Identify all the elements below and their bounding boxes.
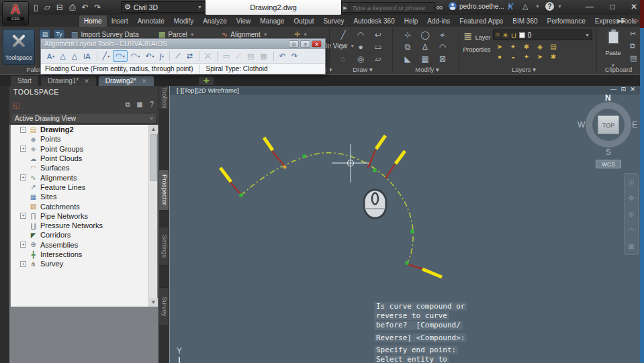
arc-icon[interactable]: ◠: [352, 30, 369, 42]
new-file-icon[interactable]: ▯: [34, 3, 38, 12]
save-icon[interactable]: ⊟: [56, 3, 63, 12]
modify-panel-label[interactable]: Modify ▾: [400, 66, 454, 73]
active-drawing-view-selector[interactable]: Active Drawing View ˅: [11, 113, 157, 123]
ribbon-tab[interactable]: Manage: [255, 15, 289, 27]
tree-item-alignments[interactable]: + ∿ Alignments: [17, 172, 157, 182]
tree-item-point-groups[interactable]: + ◈ Point Groups: [17, 144, 157, 154]
panel-display-icon[interactable]: ▦: [134, 101, 145, 108]
fixed-line-tool[interactable]: ╱ ▾: [101, 50, 112, 62]
explode-icon[interactable]: ⊠: [434, 54, 451, 66]
scroll-thumb[interactable]: [150, 134, 157, 181]
layer-on-icon[interactable]: ✦: [520, 53, 533, 63]
delete-sub-entity-tool[interactable]: ⤬: [203, 50, 214, 62]
signed-in-user[interactable]: pedro.soethe... ▼: [449, 2, 512, 10]
layer-unlock-icon[interactable]: ➤: [533, 53, 547, 63]
ribbon-overflow-icon[interactable]: ▶▶: [617, 17, 625, 24]
tangent-segment[interactable]: [264, 138, 273, 150]
alignment-layout-tools-titlebar[interactable]: Alignment Layout Tools - CURVA3RAIOS ☉ ?…: [41, 39, 325, 49]
pick-sub-entity-tool[interactable]: ⟋: [173, 50, 183, 62]
a360-icon[interactable]: △: [522, 2, 528, 11]
new-drawing-tab-button[interactable]: ✚: [199, 76, 214, 85]
viewcube-top-face[interactable]: TOP: [598, 115, 619, 134]
viewcube-east[interactable]: E: [632, 120, 637, 129]
ribbon-tab[interactable]: Output: [289, 15, 318, 27]
xline-icon[interactable]: ⟋: [334, 42, 352, 54]
application-menu-button[interactable]: A C3D: [2, 1, 29, 25]
alignment-layout-tools-window[interactable]: Alignment Layout Tools - CURVA3RAIOS ☉ ?…: [40, 38, 326, 74]
tab-close-icon[interactable]: ✕: [84, 78, 89, 85]
text-style-toggle[interactable]: Ty: [53, 29, 65, 39]
match-properties-icon[interactable]: ▤: [630, 54, 637, 62]
viewcube-west[interactable]: W: [578, 120, 585, 129]
layer-unisolate-icon[interactable]: ●: [493, 53, 506, 63]
layer-prev-icon[interactable]: ✱: [547, 53, 560, 63]
draw-panel-label[interactable]: Draw ▾: [336, 66, 389, 73]
ribbon-tab[interactable]: View: [232, 15, 256, 27]
tangent-segment[interactable]: [220, 168, 231, 182]
file-tab[interactable]: Drawing1* ✕: [41, 76, 96, 86]
redo-tool[interactable]: ↷: [289, 50, 300, 62]
layer-off-icon[interactable]: ✱: [520, 43, 533, 53]
ribbon-tab[interactable]: Analyze: [198, 15, 232, 27]
tangent-segment[interactable]: [396, 151, 405, 164]
data-shortcuts-icon[interactable]: ⧉: [122, 101, 133, 109]
layer-match-icon[interactable]: ▤: [547, 43, 560, 53]
switch-windows-icon[interactable]: ▭: [633, 17, 639, 24]
tree-item-surfaces[interactable]: ◠ Surfaces: [17, 163, 157, 172]
fixed-curve-tool[interactable]: ◠ ▾: [129, 50, 142, 62]
copy-icon[interactable]: ⧉: [630, 42, 635, 50]
pan-icon[interactable]: ✥: [625, 190, 638, 206]
pi-table-tool[interactable]: ǀA: [81, 50, 93, 62]
layer-lock-icon[interactable]: ◈: [533, 43, 547, 53]
tree-expander-icon[interactable]: −: [20, 127, 26, 133]
mirror-icon[interactable]: ∆: [416, 42, 434, 54]
trim-icon[interactable]: ≁: [434, 30, 451, 42]
tree-item-catchments[interactable]: ▧ Catchments: [17, 201, 157, 211]
line-icon[interactable]: ╱: [334, 30, 352, 42]
viewcube-north[interactable]: N: [605, 93, 611, 103]
redo-icon[interactable]: ↷: [95, 3, 101, 12]
ribbon-tab[interactable]: Annotate: [133, 15, 169, 27]
move-icon[interactable]: ⊹: [399, 30, 416, 42]
grid-view-tool[interactable]: ▭: [221, 50, 232, 62]
rotate-icon[interactable]: ◯: [416, 30, 434, 42]
wcs-selector[interactable]: WCS: [596, 160, 621, 168]
tree-item-pipe-networks[interactable]: + ∏ Pipe Networks: [17, 211, 157, 221]
tab-survey[interactable]: Survey: [158, 287, 169, 326]
radius-line[interactable]: [368, 150, 375, 168]
pin-icon[interactable]: ☉: [289, 40, 299, 48]
curve-point-marker[interactable]: [411, 230, 414, 234]
search-binoculars-icon[interactable]: ∞: [436, 2, 443, 12]
tree-scrollbar[interactable]: ▲ ▼: [148, 125, 157, 307]
radius-line[interactable]: [272, 151, 285, 166]
file-tab[interactable]: Start: [11, 76, 38, 86]
window-minimize-button[interactable]: —: [581, 0, 598, 13]
stretch-icon[interactable]: ◣: [399, 54, 416, 66]
sub-entity-editor-tool[interactable]: ⟋: [234, 50, 244, 62]
tree-expander-icon[interactable]: +: [20, 261, 26, 267]
tree-item-corridors[interactable]: ◤ Corridors: [17, 230, 157, 240]
curve-point-marker[interactable]: [240, 194, 243, 197]
fillet-icon[interactable]: ◠: [434, 42, 451, 54]
tree-item-sites[interactable]: ▦ Sites: [17, 192, 157, 201]
tab-close-icon[interactable]: ✕: [142, 78, 147, 85]
undo-icon[interactable]: ↶: [82, 3, 89, 12]
tree-item-points[interactable]: ◆ Points: [17, 134, 157, 144]
curve-point-marker[interactable]: [303, 155, 306, 158]
revcloud-icon[interactable]: ◌: [334, 54, 352, 66]
layer-properties-button[interactable]: ≣ Layer Properties: [462, 30, 492, 64]
tree-item-intersections[interactable]: ╋ Intersections: [17, 250, 157, 259]
toolspace-help-icon[interactable]: ?: [146, 101, 157, 108]
toolspace-button[interactable]: Toolspace: [3, 29, 35, 65]
tree-expander-icon[interactable]: +: [20, 242, 26, 248]
alignment-properties-tool[interactable]: ▤: [245, 50, 257, 62]
tree-expander-icon[interactable]: +: [20, 146, 26, 152]
tab-settings[interactable]: Settings: [158, 227, 169, 266]
ribbon-tab[interactable]: Insert: [107, 15, 133, 27]
viewcube-south[interactable]: S: [606, 148, 611, 157]
floating-curve-tool[interactable]: ◠ ▾: [113, 50, 128, 62]
file-tab[interactable]: Drawing2* ✕: [99, 76, 154, 86]
layer-thaw-icon[interactable]: ◒: [506, 53, 520, 63]
alignment-curve[interactable]: [241, 153, 413, 263]
rectangle-icon[interactable]: ▭: [369, 42, 387, 54]
